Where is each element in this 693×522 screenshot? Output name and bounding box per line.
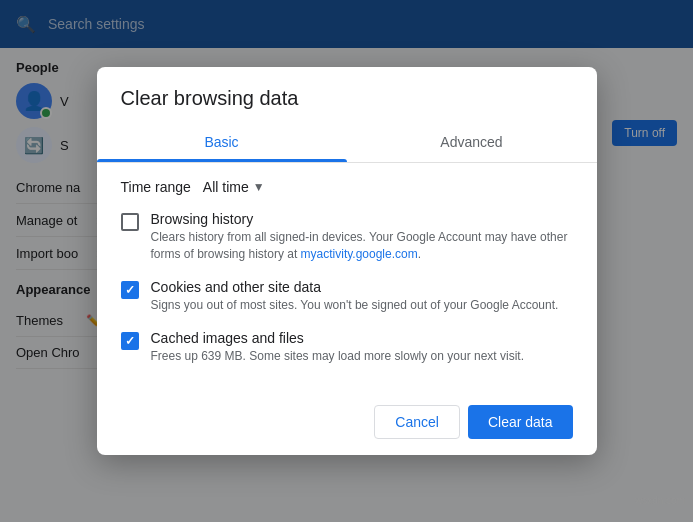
myactivity-link[interactable]: myactivity.google.com <box>301 247 418 261</box>
dialog-title: Clear browsing data <box>97 67 597 110</box>
dialog-body: Time range All time ▼ Browsing history C… <box>97 163 597 396</box>
cached-item: Cached images and files Frees up 639 MB.… <box>121 330 573 365</box>
dialog-footer: Cancel Clear data <box>97 397 597 455</box>
watermark: wsxdn.com <box>635 495 685 506</box>
modal-overlay: Clear browsing data Basic Advanced Time … <box>0 0 693 522</box>
cached-checkbox[interactable] <box>121 332 139 350</box>
time-range-label: Time range <box>121 179 191 195</box>
cookies-content: Cookies and other site data Signs you ou… <box>151 279 573 314</box>
clear-data-button[interactable]: Clear data <box>468 405 573 439</box>
time-range-row: Time range All time ▼ <box>121 179 573 195</box>
cookies-checkbox[interactable] <box>121 281 139 299</box>
cookies-title: Cookies and other site data <box>151 279 573 295</box>
browsing-history-item: Browsing history Clears history from all… <box>121 211 573 263</box>
tab-basic[interactable]: Basic <box>97 122 347 162</box>
browsing-history-title: Browsing history <box>151 211 573 227</box>
browsing-history-desc: Clears history from all signed-in device… <box>151 229 573 263</box>
browsing-history-checkbox[interactable] <box>121 213 139 231</box>
dropdown-arrow-icon: ▼ <box>253 180 265 194</box>
browsing-history-content: Browsing history Clears history from all… <box>151 211 573 263</box>
tab-advanced[interactable]: Advanced <box>347 122 597 162</box>
time-range-select[interactable]: All time ▼ <box>203 179 265 195</box>
cookies-item: Cookies and other site data Signs you ou… <box>121 279 573 314</box>
cached-title: Cached images and files <box>151 330 573 346</box>
cancel-button[interactable]: Cancel <box>374 405 460 439</box>
time-range-value: All time <box>203 179 249 195</box>
cookies-desc: Signs you out of most sites. You won't b… <box>151 297 573 314</box>
clear-browsing-data-dialog: Clear browsing data Basic Advanced Time … <box>97 67 597 454</box>
cached-content: Cached images and files Frees up 639 MB.… <box>151 330 573 365</box>
cached-desc: Frees up 639 MB. Some sites may load mor… <box>151 348 573 365</box>
dialog-tabs: Basic Advanced <box>97 122 597 163</box>
